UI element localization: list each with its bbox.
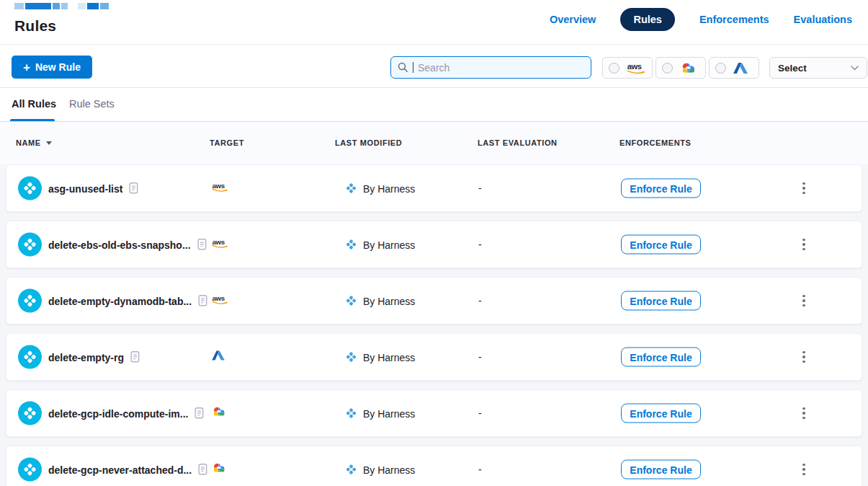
- harness-icon: [345, 239, 357, 251]
- copy-icon[interactable]: [198, 464, 207, 476]
- rule-name: delete-empty-dynamodb-tab...: [48, 295, 192, 306]
- rule-name-cell: delete-gcp-idle-compute-im...: [48, 407, 204, 420]
- kebab-menu-icon[interactable]: [797, 405, 810, 421]
- aws-target-icon: aws: [211, 293, 231, 309]
- tab-rule-sets[interactable]: Rule Sets: [69, 98, 115, 110]
- last-modified-cell: By Harness: [345, 239, 415, 251]
- column-header-name[interactable]: NAME: [16, 122, 52, 164]
- sort-caret-icon: [46, 141, 52, 145]
- breadcrumb-block: [61, 3, 68, 9]
- breadcrumb-block: [87, 3, 99, 9]
- last-modified-text: By Harness: [363, 351, 415, 363]
- harness-icon: [345, 351, 357, 363]
- rule-icon: [18, 289, 42, 313]
- enforce-rule-button[interactable]: Enforce Rule: [621, 404, 701, 423]
- breadcrumb-block: [25, 3, 51, 9]
- copy-icon[interactable]: [194, 407, 204, 420]
- table-row[interactable]: delete-empty-rg aws: [6, 333, 862, 381]
- copy-icon[interactable]: [129, 182, 138, 195]
- gcp-logo-icon: [679, 61, 697, 75]
- table-row[interactable]: delete-gcp-never-attached-d... aws: [6, 446, 862, 486]
- rule-name-cell: delete-empty-rg: [48, 351, 140, 363]
- page-title: Rules: [14, 17, 56, 35]
- tabs-row: All Rules Rule Sets: [0, 89, 868, 122]
- new-rule-button[interactable]: + New Rule: [12, 56, 92, 79]
- breadcrumb-block: [78, 3, 86, 9]
- target-cell: aws: [211, 237, 231, 252]
- enforce-rule-button[interactable]: Enforce Rule: [621, 179, 701, 198]
- rule-name-cell: delete-ebs-old-ebs-snapsho...: [48, 239, 207, 251]
- target-cell: aws: [211, 406, 226, 421]
- last-modified-cell: By Harness: [345, 182, 415, 195]
- module-nav: Overview Rules Enforcements Evaluations: [550, 8, 852, 31]
- azure-target-icon: [211, 350, 225, 364]
- text-cursor: [413, 62, 413, 73]
- last-modified-text: By Harness: [363, 182, 415, 194]
- rule-name-cell: delete-empty-dynamodb-tab...: [48, 295, 207, 307]
- harness-icon: [345, 182, 357, 195]
- breadcrumb-block: [69, 3, 76, 9]
- kebab-menu-icon[interactable]: [797, 461, 810, 477]
- tab-all-rules[interactable]: All Rules: [12, 98, 56, 110]
- copy-icon[interactable]: [198, 295, 207, 307]
- target-cell: aws: [211, 462, 226, 477]
- table-header: NAME TARGET LAST MODIFIED LAST EVALUATIO…: [0, 122, 868, 164]
- copy-icon[interactable]: [130, 351, 140, 363]
- last-evaluation: -: [478, 351, 482, 363]
- enforce-rule-button[interactable]: Enforce Rule: [621, 460, 701, 480]
- last-modified-cell: By Harness: [345, 351, 415, 363]
- last-modified-text: By Harness: [363, 295, 415, 306]
- radio-icon[interactable]: [609, 63, 619, 74]
- breadcrumb-block: [14, 3, 24, 9]
- table-row[interactable]: asg-unused-list aws: [6, 164, 862, 212]
- select-dropdown[interactable]: Select: [769, 57, 867, 79]
- column-header-enforcements: ENFORCEMENTS: [619, 122, 691, 164]
- nav-overview[interactable]: Overview: [550, 14, 596, 25]
- rule-icon: [18, 458, 42, 482]
- table-row[interactable]: delete-gcp-idle-compute-im... aws: [6, 389, 862, 437]
- rule-name-cell: delete-gcp-never-attached-d...: [48, 464, 207, 476]
- rules-page: Rules Overview Rules Enforcements Evalua…: [0, 0, 868, 486]
- page-header: Rules Overview Rules Enforcements Evalua…: [0, 0, 868, 45]
- enforce-rule-button[interactable]: Enforce Rule: [621, 291, 701, 311]
- nav-evaluations[interactable]: Evaluations: [794, 14, 852, 25]
- table-row[interactable]: delete-ebs-old-ebs-snapsho... aws: [6, 221, 862, 268]
- copy-icon[interactable]: [197, 239, 207, 251]
- new-rule-label: New Rule: [35, 61, 81, 73]
- last-modified-text: By Harness: [363, 239, 415, 250]
- rule-icon: [18, 177, 42, 200]
- search-input[interactable]: [418, 62, 562, 74]
- filter-chip-azure[interactable]: [709, 57, 759, 79]
- chevron-down-icon: [851, 66, 859, 71]
- kebab-menu-icon[interactable]: [797, 293, 810, 309]
- column-header-target: TARGET: [210, 122, 244, 164]
- kebab-menu-icon[interactable]: [797, 349, 810, 365]
- radio-icon[interactable]: [715, 63, 726, 74]
- aws-target-icon: aws: [211, 181, 231, 196]
- svg-text:aws: aws: [212, 182, 225, 190]
- target-cell: aws: [211, 181, 231, 196]
- kebab-menu-icon[interactable]: [797, 237, 810, 252]
- radio-icon[interactable]: [662, 63, 673, 74]
- last-modified-text: By Harness: [363, 464, 415, 475]
- last-modified-cell: By Harness: [345, 464, 415, 476]
- rules-list: asg-unused-list aws: [0, 164, 868, 486]
- filter-chip-gcp[interactable]: [656, 57, 706, 79]
- nav-enforcements[interactable]: Enforcements: [699, 14, 769, 25]
- filter-chip-aws[interactable]: aws: [602, 57, 653, 79]
- rule-name-cell: asg-unused-list: [48, 182, 138, 195]
- harness-icon: [345, 407, 357, 420]
- last-evaluation: -: [478, 182, 482, 194]
- target-cell: aws: [211, 350, 225, 364]
- last-modified-text: By Harness: [363, 407, 415, 419]
- enforce-rule-button[interactable]: Enforce Rule: [621, 348, 701, 367]
- breadcrumb-block: [53, 3, 60, 9]
- last-modified-cell: By Harness: [345, 295, 415, 307]
- nav-rules[interactable]: Rules: [620, 8, 675, 31]
- search-box[interactable]: [390, 56, 591, 79]
- table-row[interactable]: delete-empty-dynamodb-tab... aws: [6, 277, 862, 324]
- kebab-menu-icon[interactable]: [797, 180, 810, 196]
- rule-icon: [18, 233, 42, 257]
- enforce-rule-button[interactable]: Enforce Rule: [621, 235, 701, 255]
- target-cell: aws: [211, 293, 231, 309]
